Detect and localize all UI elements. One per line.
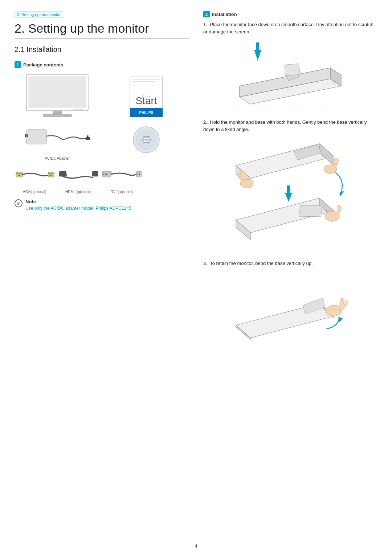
installation-section-title: 2 Installation bbox=[203, 11, 377, 17]
hdmi-label: HDMI (optional) bbox=[65, 190, 91, 194]
package-monitor: PHILIPS bbox=[15, 71, 100, 119]
svg-point-56 bbox=[102, 171, 103, 173]
step-2-text: 2. Hold the monitor and base with both h… bbox=[203, 119, 377, 133]
svg-rect-35 bbox=[19, 175, 20, 176]
cables-row: VGA (optional) HDMI (optional) bbox=[15, 165, 189, 194]
cd-illustration: Monitor User's Manual PHILIPS bbox=[123, 122, 170, 155]
svg-rect-54 bbox=[105, 174, 106, 175]
adapter-label: AC/DC Adapter bbox=[45, 156, 69, 160]
svg-rect-1 bbox=[29, 77, 86, 107]
svg-text:PHILIPS: PHILIPS bbox=[143, 142, 150, 144]
installation-step-2: 2. Hold the monitor and base with both h… bbox=[203, 119, 377, 253]
dvi-cable-illustration bbox=[102, 165, 142, 188]
svg-rect-8 bbox=[81, 109, 83, 110]
svg-rect-41 bbox=[52, 173, 53, 174]
svg-rect-17 bbox=[26, 130, 46, 144]
svg-rect-11 bbox=[133, 79, 160, 80]
svg-rect-19 bbox=[87, 135, 88, 137]
page-number: 4 bbox=[195, 544, 197, 549]
package-cd: Monitor User's Manual PHILIPS bbox=[103, 122, 189, 160]
svg-marker-83 bbox=[285, 193, 292, 202]
badge-2: 2 bbox=[203, 11, 210, 17]
svg-rect-64 bbox=[17, 202, 20, 203]
step-1-illustration bbox=[203, 39, 377, 111]
monitor-illustration: PHILIPS bbox=[23, 71, 92, 119]
step-1-svg bbox=[229, 39, 352, 111]
breadcrumb: 2. Setting up the monitor bbox=[15, 11, 63, 18]
adapter-illustration bbox=[23, 122, 92, 155]
svg-marker-78 bbox=[319, 144, 334, 165]
dvi-label: DVI (optional) bbox=[110, 190, 132, 194]
svg-rect-84 bbox=[287, 185, 290, 193]
vga-label: VGA (optional) bbox=[23, 190, 46, 194]
package-contents-label: 1 Package contents bbox=[15, 61, 189, 68]
note-title: Note bbox=[25, 199, 131, 204]
svg-point-57 bbox=[110, 171, 112, 173]
installation-step-3: 3. To retain the monitor, bend the base … bbox=[203, 260, 377, 343]
svg-rect-22 bbox=[26, 134, 28, 137]
svg-point-36 bbox=[16, 172, 17, 174]
cable-hdmi: HDMI (optional) bbox=[58, 165, 98, 194]
package-grid: PHILIPS Start bbox=[15, 71, 189, 160]
svg-text:User's Manual: User's Manual bbox=[140, 139, 152, 141]
svg-rect-62 bbox=[139, 174, 140, 175]
svg-rect-32 bbox=[19, 173, 19, 174]
svg-rect-12 bbox=[133, 81, 155, 82]
svg-point-37 bbox=[21, 172, 23, 174]
package-adapter: AC/DC Adapter bbox=[15, 122, 100, 160]
svg-rect-52 bbox=[108, 173, 109, 173]
step-3-text: 3. To retain the monitor, bend the base … bbox=[203, 260, 377, 267]
svg-rect-55 bbox=[106, 174, 107, 175]
svg-text:PHILIPS: PHILIPS bbox=[53, 112, 61, 114]
vga-cable-illustration bbox=[15, 165, 54, 188]
svg-text:Quick: Quick bbox=[142, 95, 151, 98]
svg-marker-46 bbox=[59, 171, 67, 176]
step-2-illustration bbox=[203, 136, 377, 253]
svg-rect-6 bbox=[76, 109, 78, 110]
cable-dvi: DVI (optional) bbox=[102, 165, 142, 194]
step-2-svg bbox=[229, 136, 352, 253]
chapter-heading: 2. Setting up the monitor bbox=[15, 21, 189, 39]
svg-rect-21 bbox=[25, 134, 26, 137]
note-section: Note Use only the AC/DC adapter model: P… bbox=[15, 199, 189, 212]
svg-text:Monitor: Monitor bbox=[142, 136, 150, 138]
svg-rect-53 bbox=[103, 174, 104, 175]
svg-rect-20 bbox=[89, 135, 89, 137]
right-column: 2 Installation 1. Place the monitor face… bbox=[196, 11, 377, 351]
svg-rect-34 bbox=[18, 175, 19, 176]
svg-point-45 bbox=[54, 172, 54, 174]
svg-marker-47 bbox=[92, 171, 98, 176]
badge-1: 1 bbox=[15, 61, 21, 68]
svg-rect-50 bbox=[105, 173, 106, 173]
hdmi-cable-illustration bbox=[58, 165, 98, 188]
svg-rect-59 bbox=[138, 173, 138, 173]
note-text-block: Note Use only the AC/DC adapter model: P… bbox=[25, 199, 131, 212]
section-heading-2-1: 2.1 Installation bbox=[15, 45, 189, 56]
step-1-text: 1. Place the monitor face down on a smoo… bbox=[203, 21, 377, 35]
step-3-illustration bbox=[203, 271, 377, 343]
note-icon bbox=[15, 199, 23, 207]
svg-text:PHILIPS: PHILIPS bbox=[139, 111, 153, 115]
svg-rect-18 bbox=[86, 137, 90, 140]
svg-marker-74 bbox=[254, 50, 261, 61]
svg-rect-60 bbox=[139, 173, 140, 173]
svg-rect-40 bbox=[51, 173, 52, 174]
svg-marker-98 bbox=[338, 317, 343, 322]
svg-rect-5 bbox=[74, 109, 75, 110]
quickstart-illustration: Start Quick PHILIPS bbox=[123, 71, 170, 119]
cable-vga: VGA (optional) bbox=[15, 165, 54, 194]
svg-rect-51 bbox=[106, 173, 107, 173]
svg-rect-66 bbox=[17, 204, 19, 205]
left-column: 2. Setting up the monitor 2. Setting up … bbox=[15, 11, 189, 351]
svg-rect-49 bbox=[103, 173, 104, 173]
svg-rect-43 bbox=[52, 175, 52, 176]
svg-point-44 bbox=[48, 172, 49, 174]
step-3-svg bbox=[229, 271, 352, 343]
svg-rect-31 bbox=[17, 173, 18, 174]
svg-rect-39 bbox=[49, 173, 50, 174]
svg-rect-7 bbox=[79, 109, 81, 110]
svg-rect-3 bbox=[43, 114, 72, 117]
svg-rect-72 bbox=[285, 64, 300, 75]
svg-rect-42 bbox=[50, 175, 51, 176]
svg-rect-75 bbox=[256, 42, 259, 50]
